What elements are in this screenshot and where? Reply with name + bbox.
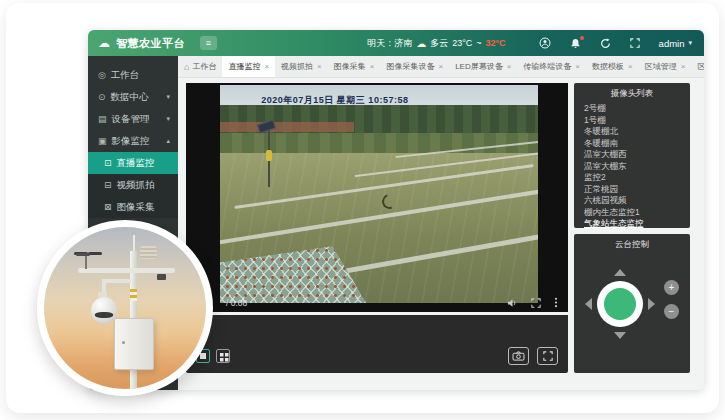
tab-video-capture[interactable]: 视频抓拍 × <box>275 56 328 77</box>
kebab-menu-icon[interactable] <box>554 297 558 308</box>
grid-layout-button[interactable] <box>216 349 230 363</box>
video-control-bar: / 0:08 <box>186 293 568 312</box>
expand-button[interactable] <box>537 347 558 365</box>
video-feed: 2020年07月15日 星期三 10:57:58 <box>220 85 538 303</box>
player-toolbar <box>186 339 568 373</box>
sidebar-item-device-management[interactable]: ▤ 设备管理 ▾ <box>88 108 178 130</box>
ptz-right-button[interactable] <box>648 298 655 310</box>
ptz-down-button[interactable] <box>614 332 626 339</box>
sidebar-subitem-video-capture[interactable]: ⊟ 视频抓拍 <box>88 174 178 196</box>
tab-label: 传输终端设备 <box>523 61 571 72</box>
tab-label: 图像采集设备 <box>386 61 434 72</box>
tab-label: 直播监控 <box>228 61 260 72</box>
chevron-up-icon: ▴ <box>166 137 170 145</box>
tab-transmission-terminal-device[interactable]: 传输终端设备 × <box>517 56 586 77</box>
sidebar-submenu: ⊡ 直播监控 ⊟ 视频抓拍 ⊠ 图像采集 <box>88 152 178 218</box>
weather-city-label: 明天：济南 <box>367 37 412 50</box>
camera-list-panel: 摄像头列表 2号棚 1号棚 冬暖棚北 冬暖棚南 温室大棚西 温室大棚东 监控2 … <box>574 83 690 228</box>
tab-close-icon[interactable]: × <box>317 62 322 71</box>
chevron-down-icon: ▾ <box>166 115 170 123</box>
ptz-left-button[interactable] <box>585 298 592 310</box>
camera-list-item[interactable]: 监控2 <box>574 172 690 184</box>
sidebar-item-label: 设备管理 <box>112 113 150 126</box>
tab-close-icon[interactable]: × <box>264 62 269 71</box>
notification-badge <box>580 36 584 40</box>
tab-label: 图像采集 <box>334 61 366 72</box>
sidebar-subitem-live-monitor[interactable]: ⊡ 直播监控 <box>88 152 178 174</box>
sidebar-toggle-button[interactable]: ≡ <box>200 36 217 50</box>
ptz-up-button[interactable] <box>614 269 626 276</box>
cabinet-latch <box>122 341 125 344</box>
anemometer-post <box>85 256 87 269</box>
right-panel: 摄像头列表 2号棚 1号棚 冬暖棚北 冬暖棚南 温室大棚西 温室大棚东 监控2 … <box>574 83 690 373</box>
soil-strip <box>220 122 354 132</box>
temp-separator: ~ <box>476 38 481 48</box>
tab-label: 区域分组 <box>697 61 704 72</box>
tab-data-template[interactable]: 数据模板 × <box>586 56 639 77</box>
video-progress-bar[interactable] <box>186 312 568 315</box>
tab-label: 视频抓拍 <box>281 61 313 72</box>
camera-list-item[interactable]: 温室大棚东 <box>574 161 690 173</box>
tab-close-icon[interactable]: × <box>628 62 633 71</box>
chevron-down-icon: ▾ <box>166 93 170 101</box>
tab-label: 数据模板 <box>592 61 624 72</box>
tab-close-icon[interactable]: × <box>681 62 686 71</box>
zoom-in-button[interactable]: + <box>664 280 679 295</box>
camera-list-item[interactable]: 1号棚 <box>574 115 690 127</box>
sidebar-item-video-monitoring[interactable]: ▣ 影像监控 ▴ <box>88 130 178 152</box>
tab-close-icon[interactable]: × <box>575 62 580 71</box>
video-timestamp-overlay: 2020年07月15日 星期三 10:57:58 <box>261 94 408 107</box>
tab-image-collection-device[interactable]: 图像采集设备 × <box>380 56 449 77</box>
radiation-shield <box>140 246 157 259</box>
user-menu[interactable]: admin ▾ <box>659 38 692 49</box>
sidebar-subitem-image-collection[interactable]: ⊠ 图像采集 <box>88 196 178 218</box>
camera-list-item[interactable]: 棚内生态监控1 <box>574 207 690 219</box>
pole-warning-bands <box>130 289 137 301</box>
anemometer-icon <box>76 253 90 256</box>
app-title: 智慧农业平台 <box>116 36 186 51</box>
ptz-center-button[interactable] <box>604 288 636 320</box>
tab-led-screen-device[interactable]: LED屏幕设备 × <box>449 56 517 77</box>
profile-icon[interactable] <box>539 37 552 50</box>
camera-list-item[interactable]: 冬暖棚南 <box>574 138 690 150</box>
username: admin <box>659 38 685 49</box>
sidebar-item-data-center[interactable]: ⊙ 数据中心 ▾ <box>88 86 178 108</box>
image-collection-icon: ⊠ <box>104 202 112 212</box>
video-time-display: / 0:08 <box>226 298 247 308</box>
tab-region-management[interactable]: 区域管理 × <box>639 56 692 77</box>
device-management-icon: ▤ <box>98 114 107 124</box>
ptz-panel-title: 云台控制 <box>574 239 690 251</box>
camera-list-title: 摄像头列表 <box>574 88 690 100</box>
tab-image-collection[interactable]: 图像采集 × <box>328 56 381 77</box>
tab-region-grouping[interactable]: 区域分组 × <box>691 56 704 77</box>
header-right: 明天：济南 ☁ 多云 23°C ~ 32°C <box>367 37 692 50</box>
ptz-direction-pad <box>588 272 652 336</box>
tab-close-icon[interactable]: × <box>507 62 512 71</box>
fullscreen-icon[interactable] <box>629 37 642 50</box>
camera-list-item[interactable]: 温室大棚西 <box>574 149 690 161</box>
refresh-icon[interactable] <box>599 37 612 50</box>
temp-low: 23°C <box>452 38 472 48</box>
tab-bar: ⌂ 工作台 直播监控 × 视频抓拍 × 图像采集 × <box>178 56 704 78</box>
control-cabinet <box>114 318 154 370</box>
camera-list-item[interactable]: 六桃园视频 <box>574 195 690 207</box>
tab-close-icon[interactable]: × <box>370 62 375 71</box>
video-fullscreen-icon[interactable] <box>531 298 541 308</box>
weather-cloud-icon: ☁ <box>416 38 426 49</box>
sidebar-item-workbench[interactable]: ◎ 工作台 <box>88 64 178 86</box>
video-player[interactable]: 2020年07月15日 星期三 10:57:58 / 0:08 <box>186 83 568 315</box>
tab-live-monitor[interactable]: 直播监控 × <box>222 56 275 77</box>
camera-list-item-active[interactable]: 气象站生态监控 <box>574 218 690 230</box>
sidebar-item-label: 影像监控 <box>112 135 150 148</box>
camera-list-item[interactable]: 2号棚 <box>574 103 690 115</box>
tab-workbench[interactable]: ⌂ 工作台 <box>178 56 222 77</box>
zoom-out-button[interactable]: − <box>664 304 679 319</box>
camera-list-item[interactable]: 冬暖棚北 <box>574 126 690 138</box>
ptz-control-panel: 云台控制 + <box>574 234 690 373</box>
camera-lens <box>95 312 113 317</box>
volume-icon[interactable] <box>507 298 518 308</box>
notification-bell-icon[interactable] <box>569 37 582 50</box>
camera-list-item[interactable]: 正常桃园 <box>574 184 690 196</box>
snapshot-button[interactable] <box>508 347 529 365</box>
tab-close-icon[interactable]: × <box>438 62 443 71</box>
